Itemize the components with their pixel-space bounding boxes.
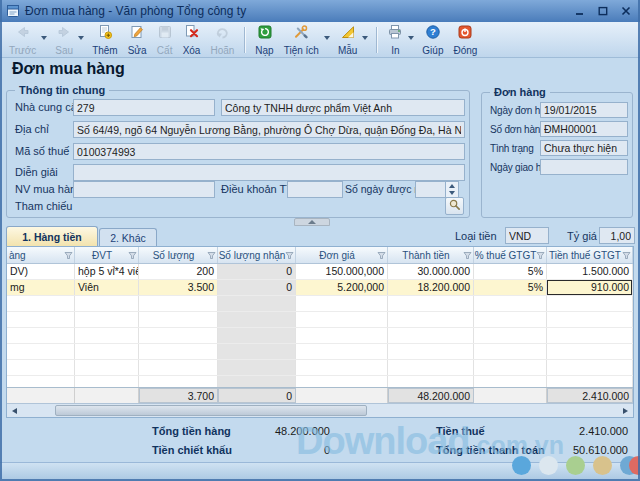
grid-cell[interactable]: 5%: [474, 280, 547, 295]
grid-cell[interactable]: mg: [7, 280, 75, 295]
filter-icon[interactable]: [622, 251, 631, 260]
collapse-panel-button[interactable]: [294, 218, 330, 226]
grid-cell[interactable]: [218, 344, 296, 359]
grid-cell[interactable]: [474, 296, 547, 311]
description-field[interactable]: [73, 164, 465, 181]
filter-icon[interactable]: [128, 251, 137, 260]
filter-icon[interactable]: [377, 251, 386, 260]
grid-cell[interactable]: [7, 376, 75, 387]
grid-cell[interactable]: [296, 376, 388, 387]
dropdown-icon[interactable]: [78, 36, 84, 40]
grid-cell[interactable]: [388, 296, 474, 311]
grid-cell[interactable]: [7, 360, 75, 375]
grid-cell[interactable]: [296, 360, 388, 375]
grid-cell[interactable]: 18.200.000: [388, 280, 474, 295]
toolbar-in-button[interactable]: In: [382, 23, 417, 57]
grid-column-header[interactable]: Đơn giá: [296, 247, 388, 263]
toolbar-xoa-button[interactable]: Xóa: [178, 23, 206, 57]
grid-cell[interactable]: hộp 5 vỉ*4 viê: [75, 264, 139, 279]
grid-cell[interactable]: [388, 312, 474, 327]
grid-cell[interactable]: 0: [218, 280, 296, 295]
grid-cell[interactable]: [7, 328, 75, 343]
grid-cell[interactable]: [547, 344, 633, 359]
grid-cell[interactable]: [547, 376, 633, 387]
title-bar[interactable]: Đơn mua hàng - Văn phòng Tổng công ty: [0, 0, 640, 22]
stepper-down-icon[interactable]: [446, 190, 458, 198]
grid-body[interactable]: DV)hộp 5 vỉ*4 viê2000150.000,00030.000.0…: [7, 264, 633, 387]
grid-cell[interactable]: [75, 376, 139, 387]
order-number-field[interactable]: [540, 121, 628, 137]
grid-cell[interactable]: 150.000,000: [296, 264, 388, 279]
grid-cell[interactable]: [139, 344, 218, 359]
exchange-rate-field[interactable]: [599, 227, 635, 244]
grid-cell[interactable]: [296, 312, 388, 327]
grid-cell[interactable]: 1.500.000: [547, 264, 633, 279]
grid-cell[interactable]: [388, 344, 474, 359]
grid-cell[interactable]: [218, 296, 296, 311]
scroll-right-icon[interactable]: [619, 405, 632, 417]
toolbar-dong-button[interactable]: Đóng: [448, 23, 482, 57]
grid-column-header[interactable]: ĐVT: [75, 247, 139, 263]
grid-cell[interactable]: [218, 360, 296, 375]
grid-cell[interactable]: [547, 312, 633, 327]
supplier-code-field[interactable]: [73, 99, 215, 116]
grid-cell[interactable]: [474, 344, 547, 359]
scrollbar-thumb[interactable]: [55, 405, 367, 416]
grid-cell[interactable]: 5%: [474, 264, 547, 279]
grid-cell[interactable]: [7, 296, 75, 311]
grid-cell[interactable]: [75, 312, 139, 327]
grid-cell[interactable]: [139, 296, 218, 311]
toolbar-nap-button[interactable]: Nạp: [250, 23, 278, 57]
grid-cell[interactable]: [388, 376, 474, 387]
grid-column-header[interactable]: Tiền thuế GTGT: [547, 247, 633, 263]
grid-cell[interactable]: [7, 312, 75, 327]
payment-terms-field[interactable]: [287, 181, 343, 198]
filter-icon[interactable]: [536, 251, 545, 260]
grid-cell[interactable]: 30.000.000: [388, 264, 474, 279]
grid-cell[interactable]: [474, 328, 547, 343]
dropdown-icon[interactable]: [41, 36, 47, 40]
stepper-up-icon[interactable]: [446, 182, 458, 190]
toolbar-sua-button[interactable]: Sửa: [123, 23, 152, 57]
minimize-button[interactable]: [572, 3, 588, 18]
grid-cell[interactable]: [139, 312, 218, 327]
grid-column-header[interactable]: Số lượng nhận: [218, 247, 296, 263]
grid-cell[interactable]: [474, 312, 547, 327]
supplier-name-field[interactable]: [221, 99, 465, 116]
dropdown-icon[interactable]: [362, 36, 368, 40]
grid-cell[interactable]: Viên: [75, 280, 139, 295]
currency-type-field[interactable]: [505, 227, 549, 244]
toolbar-giup-button[interactable]: ?Giúp: [417, 23, 448, 57]
grid-cell[interactable]: [296, 344, 388, 359]
horizontal-scrollbar[interactable]: [7, 403, 633, 417]
grid-cell[interactable]: 910.000: [547, 280, 633, 295]
filter-icon[interactable]: [64, 251, 73, 260]
filter-icon[interactable]: [207, 251, 216, 260]
scroll-left-icon[interactable]: [8, 405, 21, 417]
grid-cell[interactable]: [139, 328, 218, 343]
grid-column-header[interactable]: % thuế GTGT: [474, 247, 547, 263]
toolbar-mau-button[interactable]: Mẫu: [333, 23, 371, 57]
debt-days-stepper[interactable]: [415, 181, 459, 198]
grid-cell[interactable]: [139, 360, 218, 375]
toolbar-them-button[interactable]: Thêm: [87, 23, 123, 57]
toolbar-tienich-button[interactable]: Tiện ích: [279, 23, 333, 57]
debt-days-field[interactable]: [416, 182, 445, 197]
grid-column-header[interactable]: Thành tiền: [388, 247, 474, 263]
filter-icon[interactable]: [463, 251, 472, 260]
grid-cell[interactable]: 3.500: [139, 280, 218, 295]
buyer-field[interactable]: [73, 181, 215, 198]
grid-cell[interactable]: [75, 296, 139, 311]
order-date-field[interactable]: [540, 102, 628, 118]
grid-cell[interactable]: [7, 344, 75, 359]
tax-code-field[interactable]: [73, 143, 465, 160]
grid-cell[interactable]: [474, 376, 547, 387]
grid-cell[interactable]: [296, 328, 388, 343]
grid-cell[interactable]: [218, 312, 296, 327]
grid-cell[interactable]: [388, 328, 474, 343]
filter-icon[interactable]: [285, 251, 294, 260]
delivery-date-field[interactable]: [540, 159, 628, 175]
grid-cell[interactable]: 0: [218, 264, 296, 279]
dropdown-icon[interactable]: [408, 36, 414, 40]
tab-khac[interactable]: 2. Khác: [99, 228, 157, 246]
